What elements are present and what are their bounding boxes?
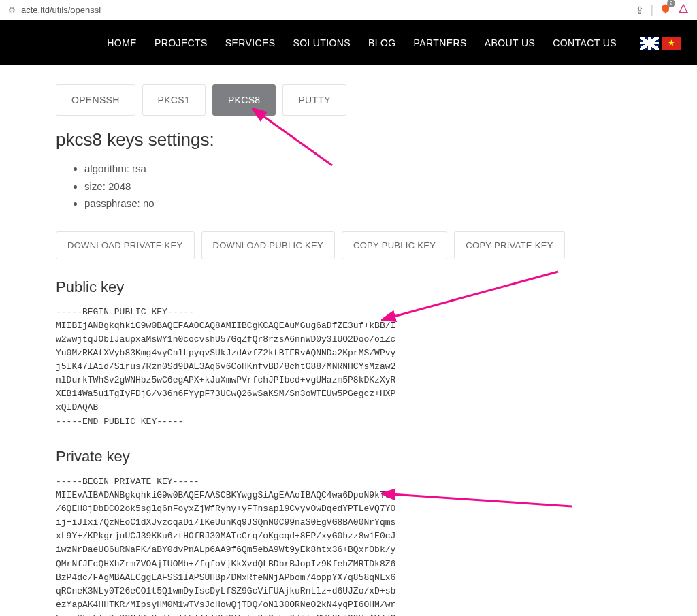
- tab-pkcs1[interactable]: PKCS1: [142, 84, 206, 116]
- browser-bar: ⚙ acte.ltd/utils/openssl ⇪ | 2: [0, 0, 697, 20]
- nav-solutions[interactable]: SOLUTIONS: [293, 37, 351, 48]
- tab-pkcs8[interactable]: PKCS8: [212, 84, 276, 116]
- shield-icon[interactable]: 2: [660, 3, 671, 17]
- setting-algorithm: algorithm: rsa: [84, 160, 641, 178]
- settings-list: algorithm: rsa size: 2048 passphrase: no: [56, 160, 641, 212]
- brave-wallet-icon[interactable]: [678, 3, 689, 16]
- nav-blog[interactable]: BLOG: [368, 37, 396, 48]
- tab-openssh[interactable]: OPENSSH: [56, 84, 135, 116]
- nav-partners[interactable]: PARTNERS: [414, 37, 467, 48]
- nav-contact[interactable]: CONTACT US: [553, 37, 617, 48]
- private-key-block: -----BEGIN PRIVATE KEY----- MIIEvAIBADAN…: [56, 475, 641, 616]
- setting-size: size: 2048: [84, 178, 641, 195]
- shield-badge-count: 2: [667, 0, 675, 7]
- setting-passphrase: passphrase: no: [84, 195, 641, 212]
- key-actions: DOWNLOAD PRIVATE KEY DOWNLOAD PUBLIC KEY…: [56, 231, 641, 259]
- private-key-title: Private key: [56, 448, 641, 466]
- flag-vn[interactable]: [662, 37, 681, 50]
- separator: |: [651, 4, 653, 16]
- url-text: acte.ltd/utils/openssl: [21, 5, 101, 15]
- nav-services[interactable]: SERVICES: [225, 37, 276, 48]
- nav-home[interactable]: HOME: [107, 37, 137, 48]
- share-icon[interactable]: ⇪: [636, 5, 644, 16]
- copy-public-button[interactable]: COPY PUBLIC KEY: [342, 231, 447, 259]
- settings-title: pkcs8 keys settings:: [56, 129, 641, 150]
- flag-uk[interactable]: [640, 37, 659, 50]
- nav-about[interactable]: ABOUT US: [485, 37, 536, 48]
- key-format-tabs: OPENSSH PKCS1 PKCS8 PUTTY: [56, 84, 641, 116]
- content-area: OPENSSH PKCS1 PKCS8 PUTTY pkcs8 keys set…: [0, 65, 697, 616]
- copy-private-button[interactable]: COPY PRIVATE KEY: [454, 231, 564, 259]
- download-public-button[interactable]: DOWNLOAD PUBLIC KEY: [201, 231, 335, 259]
- public-key-block: -----BEGIN PUBLIC KEY----- MIIBIjANBgkqh…: [56, 306, 641, 429]
- main-navbar: HOME PROJECTS SERVICES SOLUTIONS BLOG PA…: [0, 20, 697, 65]
- public-key-title: Public key: [56, 278, 641, 296]
- site-settings-icon[interactable]: ⚙: [8, 5, 16, 15]
- nav-projects[interactable]: PROJECTS: [155, 37, 208, 48]
- tab-putty[interactable]: PUTTY: [282, 84, 346, 116]
- download-private-button[interactable]: DOWNLOAD PRIVATE KEY: [56, 231, 195, 259]
